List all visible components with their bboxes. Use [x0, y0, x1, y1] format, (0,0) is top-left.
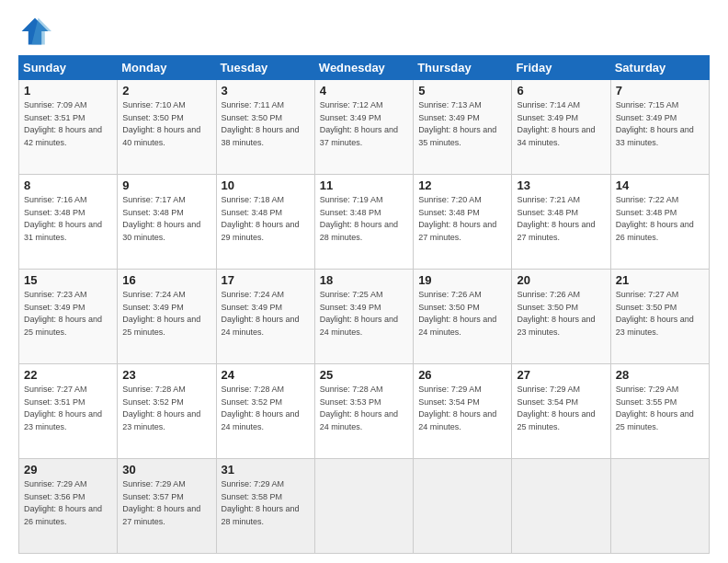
calendar-cell: 21 Sunrise: 7:27 AMSunset: 3:50 PMDaylig… [610, 270, 709, 364]
calendar-cell: 14 Sunrise: 7:22 AMSunset: 3:48 PMDaylig… [610, 175, 709, 270]
logo [18, 15, 55, 48]
calendar-cell: 13 Sunrise: 7:21 AMSunset: 3:48 PMDaylig… [512, 175, 610, 270]
day-info: Sunrise: 7:15 AMSunset: 3:49 PMDaylight:… [616, 100, 694, 147]
day-number: 27 [517, 368, 605, 382]
day-info: Sunrise: 7:17 AMSunset: 3:48 PMDaylight:… [122, 195, 200, 242]
calendar-cell [512, 459, 610, 554]
calendar-cell: 20 Sunrise: 7:26 AMSunset: 3:50 PMDaylig… [512, 270, 610, 364]
calendar-header-sunday: Sunday [19, 56, 118, 80]
day-info: Sunrise: 7:20 AMSunset: 3:48 PMDaylight:… [418, 195, 496, 242]
logo-icon [18, 15, 51, 48]
calendar-cell: 25 Sunrise: 7:28 AMSunset: 3:53 PMDaylig… [314, 364, 413, 459]
day-info: Sunrise: 7:27 AMSunset: 3:50 PMDaylight:… [616, 290, 694, 337]
day-number: 12 [418, 178, 506, 192]
day-number: 13 [517, 178, 605, 192]
calendar-cell [314, 459, 413, 554]
calendar-cell: 12 Sunrise: 7:20 AMSunset: 3:48 PMDaylig… [414, 175, 512, 270]
day-info: Sunrise: 7:29 AMSunset: 3:54 PMDaylight:… [517, 385, 595, 431]
header [18, 15, 710, 48]
day-number: 31 [222, 463, 310, 477]
calendar-header-tuesday: Tuesday [216, 56, 314, 80]
day-number: 19 [418, 273, 506, 287]
calendar-cell: 2 Sunrise: 7:10 AMSunset: 3:50 PMDayligh… [118, 80, 216, 175]
calendar-cell: 16 Sunrise: 7:24 AMSunset: 3:49 PMDaylig… [118, 270, 216, 364]
calendar-cell: 7 Sunrise: 7:15 AMSunset: 3:49 PMDayligh… [610, 80, 709, 175]
calendar-header-wednesday: Wednesday [314, 56, 413, 80]
day-number: 3 [222, 84, 310, 98]
day-info: Sunrise: 7:24 AMSunset: 3:49 PMDaylight:… [122, 290, 200, 337]
calendar-cell: 5 Sunrise: 7:13 AMSunset: 3:49 PMDayligh… [414, 80, 512, 175]
calendar-cell: 3 Sunrise: 7:11 AMSunset: 3:50 PMDayligh… [216, 80, 314, 175]
calendar-cell: 17 Sunrise: 7:24 AMSunset: 3:49 PMDaylig… [216, 270, 314, 364]
calendar-week-2: 8 Sunrise: 7:16 AMSunset: 3:48 PMDayligh… [19, 175, 710, 270]
calendar-cell: 31 Sunrise: 7:29 AMSunset: 3:58 PMDaylig… [216, 459, 314, 554]
day-number: 10 [222, 178, 310, 192]
day-info: Sunrise: 7:23 AMSunset: 3:49 PMDaylight:… [24, 290, 102, 337]
day-info: Sunrise: 7:29 AMSunset: 3:57 PMDaylight:… [122, 479, 200, 526]
day-number: 18 [320, 273, 408, 287]
calendar-header-saturday: Saturday [610, 56, 709, 80]
calendar-header-row: SundayMondayTuesdayWednesdayThursdayFrid… [19, 56, 710, 80]
day-info: Sunrise: 7:13 AMSunset: 3:49 PMDaylight:… [418, 100, 496, 147]
day-number: 4 [320, 84, 408, 98]
day-number: 29 [24, 463, 112, 477]
calendar-cell: 24 Sunrise: 7:28 AMSunset: 3:52 PMDaylig… [216, 364, 314, 459]
calendar-cell: 26 Sunrise: 7:29 AMSunset: 3:54 PMDaylig… [414, 364, 512, 459]
calendar-cell: 30 Sunrise: 7:29 AMSunset: 3:57 PMDaylig… [118, 459, 216, 554]
calendar-cell: 18 Sunrise: 7:25 AMSunset: 3:49 PMDaylig… [314, 270, 413, 364]
day-info: Sunrise: 7:10 AMSunset: 3:50 PMDaylight:… [122, 100, 200, 147]
day-info: Sunrise: 7:12 AMSunset: 3:49 PMDaylight:… [320, 100, 398, 147]
day-info: Sunrise: 7:26 AMSunset: 3:50 PMDaylight:… [418, 290, 496, 337]
calendar-cell: 11 Sunrise: 7:19 AMSunset: 3:48 PMDaylig… [314, 175, 413, 270]
day-number: 22 [24, 368, 112, 382]
calendar-cell: 10 Sunrise: 7:18 AMSunset: 3:48 PMDaylig… [216, 175, 314, 270]
day-info: Sunrise: 7:28 AMSunset: 3:52 PMDaylight:… [122, 385, 200, 431]
day-number: 15 [24, 273, 112, 287]
day-number: 30 [122, 463, 210, 477]
day-info: Sunrise: 7:28 AMSunset: 3:53 PMDaylight:… [320, 385, 398, 431]
calendar-cell: 9 Sunrise: 7:17 AMSunset: 3:48 PMDayligh… [118, 175, 216, 270]
day-info: Sunrise: 7:27 AMSunset: 3:51 PMDaylight:… [24, 385, 102, 431]
day-info: Sunrise: 7:28 AMSunset: 3:52 PMDaylight:… [222, 385, 300, 431]
calendar-week-1: 1 Sunrise: 7:09 AMSunset: 3:51 PMDayligh… [19, 80, 710, 175]
calendar-cell: 6 Sunrise: 7:14 AMSunset: 3:49 PMDayligh… [512, 80, 610, 175]
page: SundayMondayTuesdayWednesdayThursdayFrid… [0, 0, 728, 563]
day-info: Sunrise: 7:22 AMSunset: 3:48 PMDaylight:… [616, 195, 694, 242]
calendar-cell: 29 Sunrise: 7:29 AMSunset: 3:56 PMDaylig… [19, 459, 118, 554]
day-info: Sunrise: 7:09 AMSunset: 3:51 PMDaylight:… [24, 100, 102, 147]
day-number: 24 [222, 368, 310, 382]
calendar-header-friday: Friday [512, 56, 610, 80]
calendar-cell: 4 Sunrise: 7:12 AMSunset: 3:49 PMDayligh… [314, 80, 413, 175]
day-number: 20 [517, 273, 605, 287]
day-number: 28 [616, 368, 704, 382]
day-info: Sunrise: 7:24 AMSunset: 3:49 PMDaylight:… [222, 290, 300, 337]
calendar-cell: 15 Sunrise: 7:23 AMSunset: 3:49 PMDaylig… [19, 270, 118, 364]
calendar-header-thursday: Thursday [414, 56, 512, 80]
calendar-week-4: 22 Sunrise: 7:27 AMSunset: 3:51 PMDaylig… [19, 364, 710, 459]
calendar-cell: 19 Sunrise: 7:26 AMSunset: 3:50 PMDaylig… [414, 270, 512, 364]
day-number: 26 [418, 368, 506, 382]
calendar-week-3: 15 Sunrise: 7:23 AMSunset: 3:49 PMDaylig… [19, 270, 710, 364]
calendar-cell: 23 Sunrise: 7:28 AMSunset: 3:52 PMDaylig… [118, 364, 216, 459]
calendar-cell: 28 Sunrise: 7:29 AMSunset: 3:55 PMDaylig… [610, 364, 709, 459]
day-info: Sunrise: 7:29 AMSunset: 3:54 PMDaylight:… [418, 385, 496, 431]
day-number: 17 [222, 273, 310, 287]
calendar-cell: 8 Sunrise: 7:16 AMSunset: 3:48 PMDayligh… [19, 175, 118, 270]
calendar-cell: 27 Sunrise: 7:29 AMSunset: 3:54 PMDaylig… [512, 364, 610, 459]
day-info: Sunrise: 7:21 AMSunset: 3:48 PMDaylight:… [517, 195, 595, 242]
day-number: 1 [24, 84, 112, 98]
day-number: 5 [418, 84, 506, 98]
day-info: Sunrise: 7:19 AMSunset: 3:48 PMDaylight:… [320, 195, 398, 242]
calendar-cell: 1 Sunrise: 7:09 AMSunset: 3:51 PMDayligh… [19, 80, 118, 175]
day-info: Sunrise: 7:11 AMSunset: 3:50 PMDaylight:… [222, 100, 300, 147]
day-info: Sunrise: 7:16 AMSunset: 3:48 PMDaylight:… [24, 195, 102, 242]
day-number: 14 [616, 178, 704, 192]
calendar: SundayMondayTuesdayWednesdayThursdayFrid… [18, 55, 710, 554]
calendar-week-5: 29 Sunrise: 7:29 AMSunset: 3:56 PMDaylig… [19, 459, 710, 554]
day-number: 2 [122, 84, 210, 98]
day-number: 21 [616, 273, 704, 287]
day-number: 23 [122, 368, 210, 382]
day-info: Sunrise: 7:29 AMSunset: 3:56 PMDaylight:… [24, 479, 102, 526]
day-number: 16 [122, 273, 210, 287]
day-info: Sunrise: 7:18 AMSunset: 3:48 PMDaylight:… [222, 195, 300, 242]
